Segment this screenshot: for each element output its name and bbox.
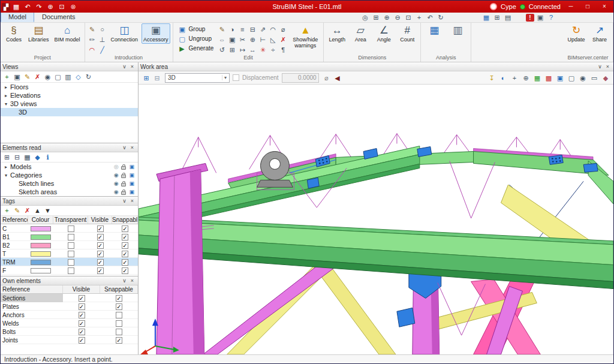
erase-icon[interactable]: ✗ bbox=[278, 35, 288, 44]
colors-icon[interactable]: ▩ bbox=[544, 73, 553, 83]
draw-weld-icon[interactable]: ◠ bbox=[88, 45, 97, 55]
capture-icon[interactable]: ⊡ bbox=[56, 2, 67, 11]
tab-documents[interactable]: Documents bbox=[34, 12, 83, 22]
properties-icon[interactable]: ¶ bbox=[278, 45, 288, 55]
collapse-panel-icon[interactable]: ∨ bbox=[121, 278, 128, 284]
save-icon[interactable]: ▦ bbox=[11, 2, 22, 11]
expander-icon[interactable]: ▸ bbox=[3, 85, 9, 90]
tag-row[interactable]: C bbox=[1, 224, 138, 233]
visible-checkbox[interactable] bbox=[97, 267, 104, 274]
solid-view-icon[interactable]: ▣ bbox=[555, 73, 565, 83]
snappable-checkbox[interactable] bbox=[116, 295, 122, 302]
divide-icon[interactable]: ÷ bbox=[268, 45, 278, 55]
print-view-icon[interactable]: ▥ bbox=[64, 73, 73, 81]
zoom-extents-icon[interactable]: ⊡ bbox=[404, 13, 413, 22]
collapse-panel-icon[interactable]: ∨ bbox=[596, 64, 604, 70]
plumb-icon[interactable]: ↧ bbox=[487, 73, 496, 83]
view-rotation-icon[interactable]: ◐ bbox=[498, 73, 508, 83]
transparent-checkbox[interactable] bbox=[68, 251, 74, 257]
isolate-icon[interactable]: ◆ bbox=[33, 153, 42, 161]
stretch-icon[interactable]: ↔ bbox=[248, 45, 257, 55]
generate-button[interactable]: ▶Generate bbox=[176, 44, 216, 53]
redraw-icon[interactable]: ↻ bbox=[436, 13, 446, 22]
expander-icon[interactable]: ▸ bbox=[3, 93, 9, 98]
cube-icon[interactable]: ◇ bbox=[74, 73, 83, 81]
snappable-checkbox[interactable] bbox=[116, 329, 122, 335]
accessory-button[interactable]: ▣Accessory bbox=[142, 23, 170, 44]
minimize-button[interactable]: ─ bbox=[564, 1, 577, 12]
cube-icon[interactable]: ▣ bbox=[129, 164, 134, 170]
offset-icon[interactable]: ≡ bbox=[237, 25, 247, 34]
collapse-panel-icon[interactable]: ∨ bbox=[121, 145, 128, 151]
share-button[interactable]: ↗Share bbox=[589, 23, 610, 44]
own-element-row[interactable]: Anchors bbox=[1, 311, 138, 319]
tag-row[interactable]: F bbox=[1, 266, 138, 275]
split-view-icon[interactable]: ⊞ bbox=[142, 73, 151, 83]
expander-icon[interactable]: ▾ bbox=[3, 101, 9, 107]
zoom-view-icon[interactable]: ⊕ bbox=[521, 73, 531, 83]
snappable-checkbox[interactable] bbox=[122, 225, 128, 232]
copy-icon[interactable]: ▣ bbox=[227, 35, 237, 44]
ruler-icon[interactable]: ⌀ bbox=[322, 73, 332, 83]
visibility-icon[interactable]: ◉ bbox=[578, 73, 588, 83]
previous-view-icon[interactable]: ↶ bbox=[425, 13, 435, 22]
tree-item-3d[interactable]: 3D bbox=[1, 108, 138, 116]
draw-anchor-icon[interactable]: ⊥ bbox=[98, 35, 107, 44]
eye-icon[interactable]: ◉ bbox=[114, 173, 119, 178]
zoom-icon[interactable]: ⊕ bbox=[45, 2, 56, 11]
angle-button[interactable]: ∠Angle bbox=[373, 23, 395, 44]
single-view-icon[interactable]: ⊟ bbox=[152, 73, 162, 83]
app-logo-icon[interactable]: ▞ bbox=[2, 3, 10, 11]
zoom-in-icon[interactable]: ⊕ bbox=[382, 13, 392, 22]
tree-item-sketch-lines[interactable]: Sketch lines◉▣ bbox=[1, 179, 138, 188]
expander-icon[interactable]: ▾ bbox=[3, 173, 9, 178]
colour-swatch[interactable] bbox=[31, 260, 51, 265]
break-icon[interactable]: ⊟ bbox=[248, 25, 257, 34]
area-button[interactable]: ▱Area bbox=[350, 23, 371, 44]
settings-icon[interactable]: ◆ bbox=[601, 73, 610, 83]
add-tag-icon[interactable]: + bbox=[2, 206, 11, 215]
redo-icon[interactable]: ↷ bbox=[34, 2, 44, 11]
edit-tag-icon[interactable]: ✎ bbox=[13, 206, 22, 215]
own-element-row[interactable]: Joints bbox=[1, 336, 138, 344]
maximize-button[interactable]: □ bbox=[581, 1, 594, 12]
fillet-icon[interactable]: ◠ bbox=[268, 25, 278, 34]
camera-icon[interactable]: ◉ bbox=[43, 73, 52, 81]
colour-swatch[interactable] bbox=[31, 251, 51, 257]
render-mode-icon[interactable]: ▦ bbox=[532, 73, 542, 83]
trim-icon[interactable]: ✂ bbox=[237, 35, 247, 44]
analysis-table-button[interactable]: ▥ bbox=[447, 23, 468, 38]
monitor-icon[interactable]: ▭ bbox=[589, 73, 599, 83]
visible-checkbox[interactable] bbox=[79, 303, 85, 310]
tag-row[interactable]: TRM bbox=[1, 258, 138, 266]
exit-icon[interactable]: ⊗ bbox=[68, 2, 79, 11]
collapse-all-icon[interactable]: ⊟ bbox=[13, 153, 22, 161]
transparent-checkbox[interactable] bbox=[68, 234, 74, 240]
visible-checkbox[interactable] bbox=[97, 259, 104, 266]
visible-checkbox[interactable] bbox=[79, 312, 85, 318]
transparent-checkbox[interactable] bbox=[68, 242, 74, 249]
explode-icon[interactable]: ✳ bbox=[258, 45, 267, 55]
expand-all-icon[interactable]: ⊞ bbox=[2, 153, 11, 161]
visible-checkbox[interactable] bbox=[97, 225, 104, 232]
array-icon[interactable]: ⊞ bbox=[227, 45, 237, 55]
transparent-checkbox[interactable] bbox=[68, 225, 74, 232]
own-element-row[interactable]: Sections bbox=[1, 294, 138, 302]
tree-item-sketch-areas[interactable]: Sketch areas◉▣ bbox=[1, 188, 138, 196]
draw-bolt-icon[interactable]: ○ bbox=[98, 25, 107, 34]
colour-swatch[interactable] bbox=[31, 243, 51, 248]
add-view-icon[interactable]: + bbox=[2, 73, 11, 81]
connection-button[interactable]: ◫Connection bbox=[109, 23, 140, 44]
cube-icon[interactable]: ▣ bbox=[129, 173, 134, 178]
visible-checkbox[interactable] bbox=[79, 329, 85, 335]
measure-icon[interactable]: ⌀ bbox=[278, 25, 288, 34]
ungroup-button[interactable]: ▢Ungroup bbox=[176, 34, 216, 43]
snappable-checkbox[interactable] bbox=[116, 337, 122, 344]
lock-icon[interactable] bbox=[121, 183, 126, 186]
snappable-checkbox[interactable] bbox=[122, 242, 128, 249]
snappable-checkbox[interactable] bbox=[122, 234, 128, 240]
tree-item-elevations[interactable]: ▸Elevations bbox=[1, 91, 138, 100]
photo-icon[interactable]: ▢ bbox=[53, 73, 62, 81]
align-icon[interactable]: ⊢ bbox=[258, 35, 267, 44]
draw-line-icon[interactable]: ╱ bbox=[98, 45, 107, 55]
